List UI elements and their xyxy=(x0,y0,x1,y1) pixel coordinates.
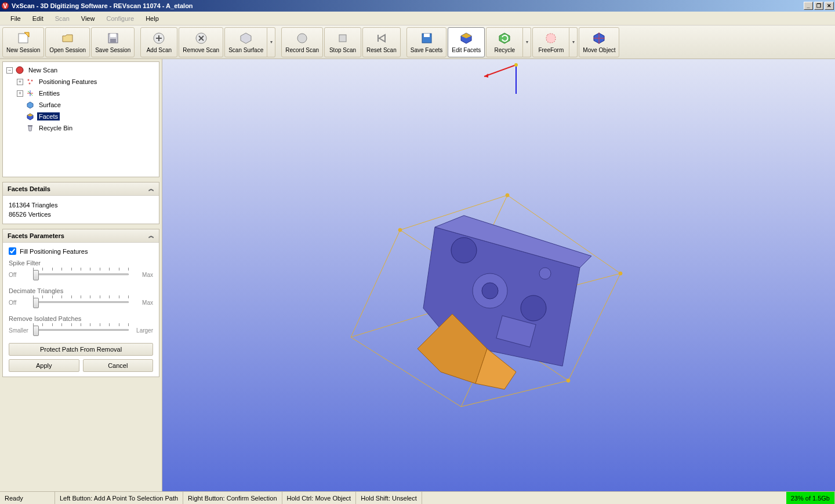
menu-edit[interactable]: Edit xyxy=(27,14,49,23)
close-button[interactable]: ✕ xyxy=(825,2,834,10)
collapse-icon: ︽ xyxy=(148,185,154,193)
move-object-icon xyxy=(591,31,607,46)
slider-thumb[interactable] xyxy=(33,326,39,336)
svg-point-49 xyxy=(567,379,570,382)
facets-parameters-header[interactable]: Facets Parameters ︽ xyxy=(3,229,159,243)
open-session-button[interactable]: Open Session xyxy=(45,27,90,57)
stop-scan-button[interactable]: Stop Scan xyxy=(324,27,361,57)
status-hold-ctrl: Hold Ctrl: Move Object xyxy=(282,492,357,504)
svg-marker-16 xyxy=(379,35,385,42)
scan-surface-dropdown[interactable]: ▾ xyxy=(267,27,275,57)
add-scan-button[interactable]: Add Scan xyxy=(140,27,177,57)
menu-help[interactable]: Help xyxy=(140,14,165,23)
move-object-button[interactable]: Move Object xyxy=(579,27,619,57)
svg-point-14 xyxy=(297,34,307,43)
add-scan-icon xyxy=(151,31,166,46)
cancel-button[interactable]: Cancel xyxy=(83,359,154,372)
tree-node-new-scan[interactable]: − New Scan xyxy=(5,64,157,76)
svg-point-55 xyxy=(451,238,477,263)
status-bar: Ready Left Button: Add A Point To Select… xyxy=(0,491,835,504)
save-session-button[interactable]: Save Session xyxy=(91,27,135,57)
facets-parameters-panel: Facets Parameters ︽ Fill Positioning Fea… xyxy=(2,229,159,377)
svg-point-59 xyxy=(539,268,551,279)
edit-facets-button[interactable]: Edit Facets xyxy=(448,27,485,57)
tree-node-recycle-bin[interactable]: Recycle Bin xyxy=(5,122,157,134)
recycle-dropdown[interactable]: ▾ xyxy=(523,27,531,57)
status-right-button: Right Button: Confirm Selection xyxy=(183,492,282,504)
svg-rect-36 xyxy=(28,125,32,126)
save-facets-icon xyxy=(419,31,434,46)
entities-icon xyxy=(26,89,35,98)
svg-point-26 xyxy=(16,67,23,74)
maximize-button[interactable]: ❐ xyxy=(814,2,823,10)
reset-scan-button[interactable]: Reset Scan xyxy=(362,27,401,57)
record-scan-button[interactable]: Record Scan xyxy=(281,27,323,57)
menu-file[interactable]: File xyxy=(5,14,27,23)
new-session-icon xyxy=(16,31,31,46)
toolbar: New Session Open Session Save Session Ad… xyxy=(0,25,835,59)
menu-view[interactable]: View xyxy=(75,14,101,23)
collapse-icon: ︽ xyxy=(148,232,154,240)
facets-icon xyxy=(26,112,35,121)
menu-scan[interactable]: Scan xyxy=(49,14,75,23)
expander-icon[interactable]: − xyxy=(6,67,13,74)
window-title: VxScan - 3D Digitizing Software - REVsca… xyxy=(12,2,804,9)
svg-point-58 xyxy=(482,283,498,299)
viewport-scene xyxy=(162,59,835,491)
remove-isolated-slider[interactable] xyxy=(33,323,129,337)
svg-rect-2 xyxy=(19,34,28,43)
reset-scan-icon xyxy=(374,31,389,46)
svg-marker-33 xyxy=(27,102,33,108)
status-left-button: Left Button: Add A Point To Selection Pa… xyxy=(55,492,183,504)
fill-positioning-checkbox[interactable] xyxy=(9,247,16,255)
menu-configure[interactable]: Configure xyxy=(100,14,140,23)
remove-scan-icon xyxy=(194,31,209,46)
svg-marker-13 xyxy=(241,33,251,43)
record-scan-icon xyxy=(295,31,310,46)
remove-scan-button[interactable]: Remove Scan xyxy=(179,27,223,57)
viewport-3d[interactable] xyxy=(162,59,835,491)
facets-details-header[interactable]: Facets Details ︽ xyxy=(3,182,159,196)
svg-text:V: V xyxy=(3,2,8,9)
app-icon: V xyxy=(1,2,9,10)
positioning-icon xyxy=(26,77,35,86)
spike-filter-slider[interactable] xyxy=(33,268,129,282)
left-panel: − New Scan + Positioning Features + Enti… xyxy=(0,59,162,491)
freeform-dropdown[interactable]: ▾ xyxy=(569,27,578,57)
status-memory: 23% of 1.5Gb xyxy=(786,492,835,504)
svg-point-29 xyxy=(29,83,31,85)
expander-icon[interactable]: + xyxy=(17,79,23,85)
save-session-icon xyxy=(106,31,121,46)
main-area: − New Scan + Positioning Features + Enti… xyxy=(0,59,835,491)
svg-line-45 xyxy=(461,381,568,407)
svg-point-28 xyxy=(31,80,33,82)
facets-details-panel: Facets Details ︽ 161364 Triangles 86526 … xyxy=(2,182,159,224)
recycle-button[interactable]: Recycle xyxy=(486,27,523,57)
svg-marker-39 xyxy=(484,74,488,78)
scan-surface-button[interactable]: Scan Surface xyxy=(224,27,267,57)
svg-rect-15 xyxy=(339,35,346,42)
status-hold-shift: Hold Shift: Unselect xyxy=(356,492,422,504)
decimate-slider[interactable] xyxy=(33,295,129,309)
open-session-icon xyxy=(60,31,75,46)
new-session-button[interactable]: New Session xyxy=(2,27,44,57)
expander-icon[interactable]: + xyxy=(17,90,23,97)
tree-node-entities[interactable]: + Entities xyxy=(5,87,157,99)
tree-node-facets[interactable]: Facets xyxy=(5,111,157,122)
slider-thumb[interactable] xyxy=(33,270,39,280)
save-facets-button[interactable]: Save Facets xyxy=(406,27,447,57)
surface-icon xyxy=(26,100,35,109)
edit-facets-icon xyxy=(459,31,474,46)
decimate-label: Decimate Triangles xyxy=(9,287,153,294)
svg-rect-6 xyxy=(110,39,116,43)
tree-node-surface[interactable]: Surface xyxy=(5,99,157,111)
recycle-bin-icon xyxy=(26,123,35,133)
protect-patch-button[interactable]: Protect Patch From Removal xyxy=(9,343,153,356)
apply-button[interactable]: Apply xyxy=(9,359,79,372)
minimize-button[interactable]: _ xyxy=(804,2,813,10)
slider-thumb[interactable] xyxy=(33,298,39,308)
svg-point-27 xyxy=(28,79,30,81)
freeform-button[interactable]: FreeForm xyxy=(532,27,569,57)
tree-panel: − New Scan + Positioning Features + Enti… xyxy=(2,61,159,177)
tree-node-positioning[interactable]: + Positioning Features xyxy=(5,76,157,87)
